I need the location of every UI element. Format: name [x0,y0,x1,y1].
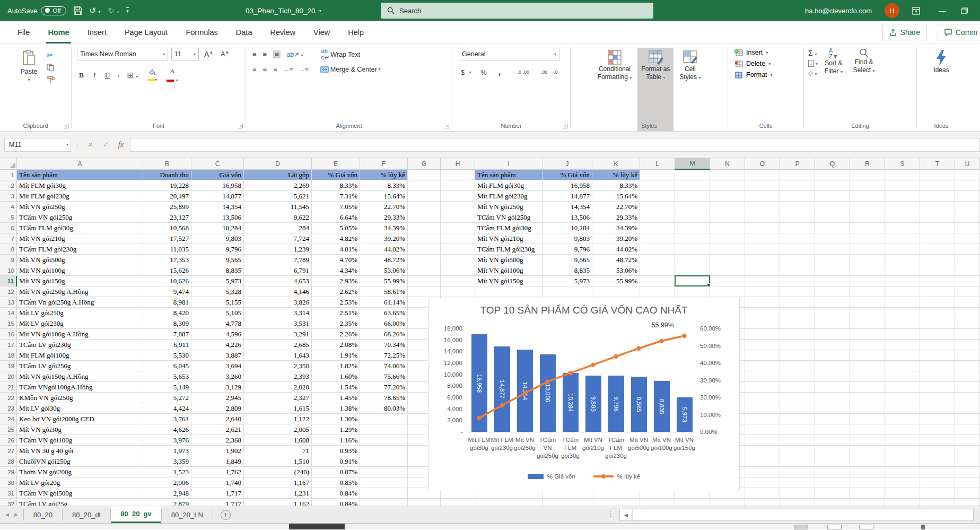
col-header-D[interactable]: D [244,158,312,170]
cell-S17[interactable] [885,340,920,350]
cell-E5[interactable]: 6.64% [312,212,360,223]
row-header-25[interactable]: 25 [0,424,17,435]
cell-U8[interactable] [955,244,980,255]
col-header-A[interactable]: A [17,158,143,170]
cell-E9[interactable]: 4.70% [312,255,360,265]
tab-formulas[interactable]: Formulas [177,21,226,44]
cell-B30[interactable]: 2,906 [143,477,191,488]
tab-help[interactable]: Help [339,21,373,44]
cell-J12[interactable] [542,286,592,297]
cell-D9[interactable]: 7,789 [244,255,312,265]
cell-R8[interactable] [850,244,885,255]
comma-style-icon[interactable]: , [496,66,503,79]
cell-E30[interactable]: 0.85% [312,477,360,488]
cell-O28[interactable] [745,456,780,467]
bold-button[interactable]: B [77,70,86,81]
cell-R30[interactable] [850,477,885,488]
cell-I5[interactable]: TCẩm VN gói250g [475,212,542,223]
cell-O13[interactable] [745,297,780,308]
col-header-L[interactable]: L [640,158,675,170]
cell-T23[interactable] [920,403,955,414]
cell-D24[interactable]: 1,122 [244,414,312,424]
cell-O18[interactable] [745,350,780,361]
cell-R32[interactable] [850,499,885,506]
cell-U16[interactable] [955,329,980,340]
cell-G12[interactable] [408,286,441,297]
font-size-select[interactable]: 11▾ [171,48,199,60]
cell-T18[interactable] [920,350,955,361]
cell-J2[interactable]: 16,958 [542,180,592,191]
cell-D6[interactable]: 284 [244,223,312,233]
percent-style-icon[interactable]: % [478,67,489,77]
cell-S13[interactable] [885,297,920,308]
cell-Q27[interactable] [815,446,850,456]
cell-N8[interactable] [710,244,745,255]
cell-B25[interactable]: 4,626 [143,424,191,435]
align-right-icon[interactable]: ≡ [273,65,277,73]
cell-U9[interactable] [955,255,980,265]
cell-U11[interactable] [955,276,980,286]
cell-C20[interactable]: 3,260 [191,371,244,382]
cell-Q3[interactable] [815,191,850,202]
cell-O27[interactable] [745,446,780,456]
col-header-J[interactable]: J [542,158,592,170]
cell-R16[interactable] [850,329,885,340]
cell-P18[interactable] [780,350,815,361]
cell-M12[interactable] [675,286,710,297]
cell-G5[interactable] [408,212,441,223]
cell-R24[interactable] [850,414,885,424]
cell-O6[interactable] [745,223,780,233]
row-header-29[interactable]: 29 [0,467,17,477]
cell-L32[interactable] [640,499,675,506]
cell-T10[interactable] [920,265,955,276]
cell-E31[interactable]: 0.84% [312,488,360,499]
row-header-3[interactable]: 3 [0,191,17,202]
cell-C21[interactable]: 3,129 [191,382,244,393]
cell-P15[interactable] [780,318,815,329]
cell-B22[interactable]: 5,272 [143,393,191,403]
cell-N12[interactable] [710,286,745,297]
cell-I10[interactable]: Mít VN gói100g [475,265,542,276]
cell-E29[interactable]: 0.87% [312,467,360,477]
cell-A23[interactable]: Mít LV gói30g [17,403,143,414]
cell-N6[interactable] [710,223,745,233]
cell-J1[interactable]: % Giá vốn [542,170,592,180]
cell-H8[interactable] [441,244,475,255]
cell-P24[interactable] [780,414,815,424]
ideas-button[interactable]: Ideas [930,48,952,131]
cell-B3[interactable]: 20,497 [143,191,191,202]
cell-U13[interactable] [955,297,980,308]
cell-D26[interactable]: 1,608 [244,435,312,446]
cell-A24[interactable]: Kẹo bơ VN gói2000g CED [17,414,143,424]
cell-Q10[interactable] [815,265,850,276]
cell-F7[interactable]: 39.20% [360,233,408,244]
cell-H9[interactable] [441,255,475,265]
maximize-button[interactable] [961,7,973,14]
cell-E19[interactable]: 1.82% [312,361,360,371]
cell-R27[interactable] [850,446,885,456]
italic-button[interactable]: I [91,70,98,81]
row-header-21[interactable]: 21 [0,382,17,393]
cell-C25[interactable]: 2,621 [191,424,244,435]
cell-U32[interactable] [955,499,980,506]
cell-O9[interactable] [745,255,780,265]
search-input[interactable]: Search [381,3,653,19]
cell-S11[interactable] [885,276,920,286]
cell-T11[interactable] [920,276,955,286]
cell-B5[interactable]: 23,127 [143,212,191,223]
cell-Q7[interactable] [815,233,850,244]
cell-H5[interactable] [441,212,475,223]
row-header-19[interactable]: 19 [0,361,17,371]
cell-C28[interactable]: 1,849 [191,456,244,467]
cell-S19[interactable] [885,361,920,371]
cell-H32[interactable] [441,499,475,506]
cell-O26[interactable] [745,435,780,446]
cell-S15[interactable] [885,318,920,329]
cell-C13[interactable]: 5,155 [191,297,244,308]
cell-P4[interactable] [780,202,815,212]
cell-F30[interactable] [360,477,408,488]
row-header-28[interactable]: 28 [0,456,17,467]
cell-U29[interactable] [955,467,980,477]
autosave-toggle[interactable]: AutoSave Off [7,6,66,15]
cell-B15[interactable]: 8,309 [143,318,191,329]
